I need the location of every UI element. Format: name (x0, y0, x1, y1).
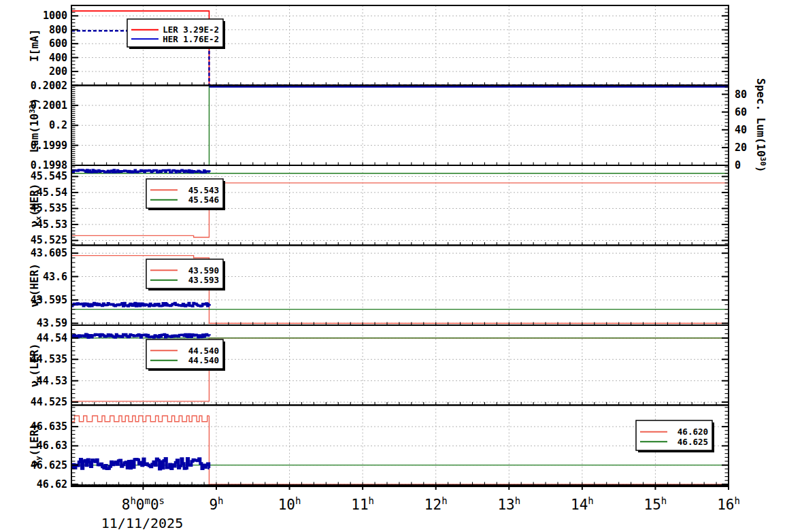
series-nux-her-measured (71, 170, 210, 173)
legend-entry-label: 44.540 (188, 355, 219, 365)
y-tick-label: 600 (49, 37, 67, 50)
panel-nuy-ler: 46.63546.6346.62546.62νy(LER) (28, 405, 729, 491)
y-tick-label: 0.2 (49, 119, 67, 131)
x-tick-label: 11h (351, 495, 374, 513)
y-tick-label: 45.54 (37, 186, 67, 199)
y-tick-label: 400 (49, 52, 67, 64)
legend-entry-label: 43.593 (188, 275, 219, 285)
x-axis: 8h0m0s9h10h11h12h13h14h15h16h11/11/2025 (71, 486, 740, 531)
y-tick-label: 44.54 (37, 332, 67, 344)
series-nux-ler-measured (71, 334, 210, 337)
tune-monitor-page: 1000800600400200I[mA]LER 3.29E-2HER 1.76… (0, 0, 785, 532)
y-tick-label: 1000 (43, 10, 67, 22)
y-tick-label: 45.525 (31, 234, 67, 246)
legend-entry-label: 45.546 (188, 195, 219, 205)
right-tick-label: 40 (735, 124, 747, 136)
panel-nux-her: 45.54545.5445.53545.5345.525νx(HER) (28, 165, 729, 246)
y-tick-label: 0.1998 (31, 159, 67, 171)
tune-monitor-chart: 1000800600400200I[mA]LER 3.29E-2HER 1.76… (0, 0, 785, 532)
legend-entry-label: 43.590 (188, 265, 219, 276)
x-tick-label: 8h0m0s (122, 495, 165, 513)
right-axis-label: Spec. Lum(1030) (754, 78, 767, 172)
y-axis-label-nux-ler: νx(LER) (28, 344, 43, 387)
x-tick-label: 14h (571, 495, 594, 513)
y-tick-label: 46.62 (37, 478, 67, 491)
y-tick-label: 0.2002 (31, 80, 67, 92)
right-tick-label: 0 (735, 159, 741, 171)
panel-nuy-her: 43.60543.643.59543.59νy(HER) (28, 246, 729, 330)
y-tick-label: 200 (49, 65, 67, 78)
right-tick-label: 80 (735, 88, 747, 101)
y-axis-label-current: I[mA] (28, 29, 41, 62)
y-tick-label: 44.525 (31, 396, 67, 408)
x-tick-label: 9h (209, 495, 223, 513)
legend-entry-label: 46.620 (678, 427, 708, 437)
y-axis-label-nux-her: νx(HER) (28, 184, 43, 227)
series-nuy-her-measured (71, 303, 210, 306)
y-tick-label: 43.6 (43, 271, 67, 283)
y-tick-label: 43.605 (31, 247, 67, 259)
legend-entry-label: 46.625 (678, 437, 708, 447)
legend-nux-ler: 44.54044.540 (146, 339, 225, 371)
y-tick-label: 43.59 (37, 317, 67, 329)
x-tick-label: 16h (717, 495, 740, 513)
plot-frame (71, 405, 729, 486)
x-tick-label: 12h (424, 495, 448, 513)
series-nuy-ler-set-pre (71, 416, 209, 421)
legend-nux-her: 45.54345.546 (146, 179, 225, 210)
legend-entry-label: 45.543 (188, 185, 219, 195)
legend-nuy-ler: 46.62046.625 (636, 420, 714, 452)
legend-current: LER 3.29E-2HER 1.76E-2 (127, 19, 225, 49)
date-label: 11/11/2025 (101, 515, 183, 531)
legend-entry-label: HER 1.76E-2 (163, 34, 219, 44)
right-tick-label: 20 (735, 142, 747, 154)
x-tick-label: 15h (644, 495, 667, 513)
legend-nuy-her: 43.59043.593 (146, 259, 225, 290)
panel-luminosity: 0.20020.20010.20.19990.1998806040200Spec… (28, 78, 767, 172)
legend-entry-label: 44.540 (188, 346, 219, 356)
y-tick-label: 45.545 (31, 170, 67, 182)
x-tick-label: 13h (497, 495, 520, 513)
series-nuy-ler-measured (71, 459, 210, 469)
y-tick-label: 46.63 (37, 439, 67, 452)
right-tick-label: 60 (735, 106, 747, 118)
panel-nux-ler: 44.5444.53544.5344.525νx(LER) (28, 325, 729, 408)
y-tick-label: 800 (49, 24, 67, 36)
x-tick-label: 10h (278, 495, 301, 513)
